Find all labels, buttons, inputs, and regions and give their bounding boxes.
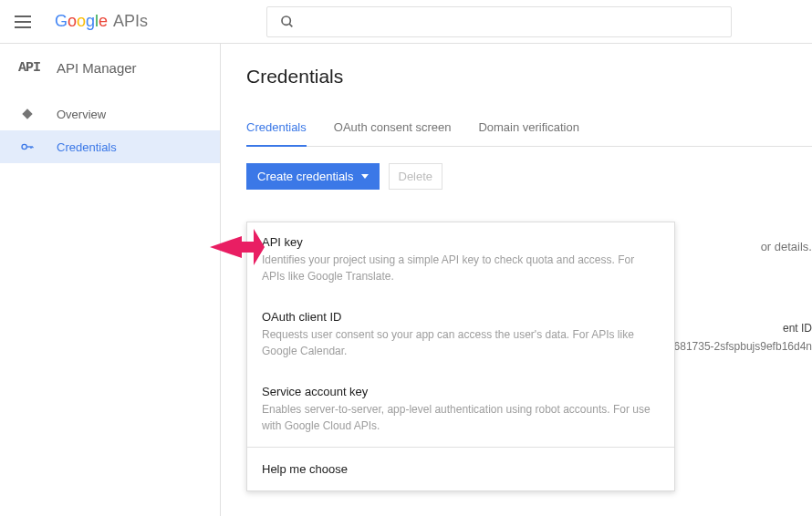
dropdown-item-desc: Requests user consent so your app can ac… <box>262 326 660 359</box>
delete-button[interactable]: Delete <box>389 163 443 190</box>
dropdown-item-title: API key <box>262 235 660 249</box>
sidebar-item-label: Credentials <box>57 140 117 154</box>
diamond-icon <box>18 108 36 120</box>
sidebar: API API Manager Overview Credentials <box>0 44 221 516</box>
dropdown-item-desc: Enables server-to-server, app-level auth… <box>262 401 660 434</box>
create-credentials-label: Create credentials <box>257 170 354 183</box>
dropdown-item-title: OAuth client ID <box>262 310 660 324</box>
svg-line-1 <box>289 24 292 26</box>
dropdown-item-desc: Identifies your project using a simple A… <box>262 252 660 284</box>
api-product-icon: API <box>18 60 40 76</box>
tab-bar: Credentials OAuth consent screen Domain … <box>246 120 812 147</box>
sidebar-item-overview[interactable]: Overview <box>0 98 220 130</box>
sidebar-header: API API Manager <box>0 60 220 98</box>
sidebar-title: API Manager <box>57 60 137 76</box>
annotation-arrow-icon <box>210 229 265 265</box>
dropdown-item-service-account[interactable]: Service account key Enables server-to-se… <box>247 372 674 447</box>
create-credentials-dropdown: API key Identifies your project using a … <box>246 222 675 491</box>
sidebar-item-label: Overview <box>57 108 106 121</box>
main-content: Credentials Credentials OAuth consent sc… <box>221 44 812 516</box>
key-icon <box>18 139 36 154</box>
dropdown-help-me-choose[interactable]: Help me choose <box>247 448 674 490</box>
svg-marker-7 <box>210 229 265 265</box>
sidebar-item-credentials[interactable]: Credentials <box>0 130 220 163</box>
dropdown-item-title: Service account key <box>262 385 660 398</box>
tab-credentials[interactable]: Credentials <box>246 120 307 147</box>
obscured-text-details: or details. <box>761 240 812 253</box>
svg-point-0 <box>282 16 290 25</box>
tab-domain-verification[interactable]: Domain verification <box>478 120 579 146</box>
google-apis-logo[interactable]: Google APIs <box>55 12 148 31</box>
dropdown-item-api-key[interactable]: API key Identifies your project using a … <box>247 222 674 297</box>
tab-oauth-consent[interactable]: OAuth consent screen <box>334 120 452 146</box>
caret-down-icon <box>361 174 369 179</box>
action-row: Create credentials Delete <box>246 163 812 190</box>
dropdown-item-oauth-client[interactable]: OAuth client ID Requests user consent so… <box>247 297 674 372</box>
hamburger-menu-icon[interactable] <box>15 11 36 33</box>
page-title: Credentials <box>246 66 812 88</box>
svg-rect-2 <box>22 108 32 119</box>
create-credentials-button[interactable]: Create credentials <box>246 163 380 190</box>
obscured-column-header: ent ID <box>783 322 812 335</box>
logo-suffix: APIs <box>113 12 148 31</box>
search-input[interactable] <box>266 6 732 37</box>
search-icon <box>280 15 295 29</box>
svg-point-3 <box>22 144 26 149</box>
top-header: Google APIs <box>0 0 812 44</box>
